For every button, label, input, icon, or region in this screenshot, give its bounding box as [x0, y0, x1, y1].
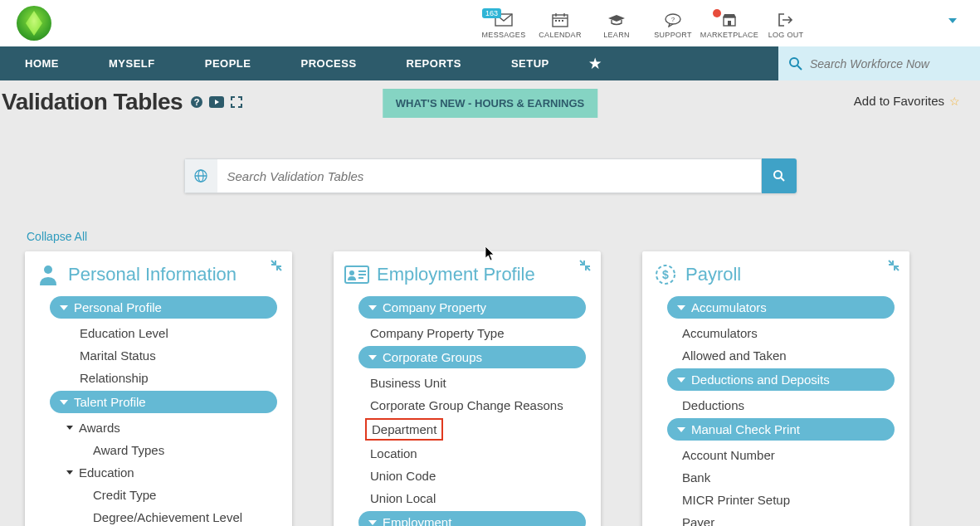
help-icon[interactable]: ?: [189, 95, 204, 110]
svg-rect-5: [555, 20, 557, 22]
graduation-cap-icon: [607, 12, 627, 28]
validation-search-button[interactable]: [762, 158, 797, 193]
group-employment[interactable]: Employment: [358, 511, 586, 526]
item-deductions[interactable]: Deductions: [647, 394, 904, 416]
nav-favorites-star[interactable]: ★: [574, 46, 617, 80]
svg-text:?: ?: [671, 16, 675, 23]
group-label: Deductions and Deposits: [691, 373, 830, 387]
logout-label: LOG OUT: [768, 31, 804, 39]
item-union-local[interactable]: Union Local: [339, 487, 596, 509]
favorites-label: Add to Favorites: [854, 94, 944, 108]
id-card-icon: [344, 263, 370, 286]
group-deductions-deposits[interactable]: Deductions and Deposits: [667, 368, 895, 391]
item-bank[interactable]: Bank: [647, 466, 904, 489]
group-corporate-groups[interactable]: Corporate Groups: [358, 346, 586, 368]
svg-text:?: ?: [194, 97, 200, 107]
svg-point-24: [349, 270, 354, 275]
item-account-number[interactable]: Account Number: [647, 444, 904, 466]
subgroup-label: Awards: [79, 421, 120, 435]
speech-bubble-icon: ?: [664, 12, 682, 28]
item-relationship[interactable]: Relationship: [30, 367, 287, 389]
nav-process[interactable]: PROCESS: [275, 46, 381, 80]
logout-icon: [778, 12, 794, 28]
card-payroll: $ Payroll Accumulators Accumulators Allo…: [642, 251, 909, 526]
user-dropdown-caret[interactable]: [948, 18, 957, 23]
calendar-button[interactable]: CALENDAR: [532, 12, 588, 39]
top-bar: 163 MESSAGES CALENDAR LEARN ? SUPPORT: [0, 0, 980, 46]
card-personal-information: Personal Information Personal Profile Ed…: [25, 251, 292, 526]
global-search-input[interactable]: [810, 57, 959, 71]
group-label: Talent Profile: [74, 395, 146, 409]
group-label: Employment: [383, 515, 451, 526]
item-award-types[interactable]: Award Types: [30, 439, 287, 461]
search-icon: [788, 56, 803, 71]
svg-rect-11: [728, 21, 731, 26]
collapse-card-icon[interactable]: [888, 260, 900, 271]
item-corporate-group-change-reasons[interactable]: Corporate Group Change Reasons: [339, 394, 596, 416]
main-nav: HOME MYSELF PEOPLE PROCESS REPORTS SETUP…: [0, 46, 980, 80]
item-marital-status[interactable]: Marital Status: [30, 344, 287, 367]
global-search[interactable]: [778, 46, 980, 80]
whats-new-button[interactable]: WHAT'S NEW - HOURS & EARNINGS: [383, 89, 597, 118]
svg-point-20: [774, 171, 782, 178]
group-label: Personal Profile: [74, 300, 162, 314]
expand-icon[interactable]: [229, 95, 244, 110]
logout-button[interactable]: LOG OUT: [758, 12, 814, 39]
item-allowed-and-taken[interactable]: Allowed and Taken: [647, 344, 904, 367]
item-education-level[interactable]: Education Level: [30, 322, 287, 344]
calendar-icon: [552, 12, 568, 28]
add-to-favorites-link[interactable]: Add to Favorites ☆: [854, 94, 960, 108]
item-company-property-type[interactable]: Company Property Type: [339, 322, 596, 344]
svg-text:$: $: [662, 268, 669, 281]
nav-people[interactable]: PEOPLE: [180, 46, 276, 80]
video-icon[interactable]: [209, 95, 224, 110]
marketplace-button[interactable]: MARKETPLACE: [701, 12, 758, 39]
nav-setup[interactable]: SETUP: [486, 46, 574, 80]
collapse-card-icon[interactable]: [271, 260, 282, 271]
cards-container: Personal Information Personal Profile Ed…: [0, 251, 980, 526]
item-department[interactable]: Department: [365, 418, 443, 441]
nav-reports[interactable]: REPORTS: [382, 46, 486, 80]
validation-search: [184, 158, 797, 193]
app-logo[interactable]: [17, 6, 51, 41]
marketplace-badge: [713, 9, 721, 17]
item-location[interactable]: Location: [339, 442, 596, 465]
group-manual-check-print[interactable]: Manual Check Print: [667, 418, 895, 441]
support-label: SUPPORT: [654, 31, 691, 39]
star-outline-icon: ☆: [949, 95, 960, 108]
main-search-wrap: [0, 158, 980, 193]
svg-rect-7: [562, 20, 563, 22]
subgroup-education[interactable]: Education: [30, 461, 287, 484]
topbar-icons: 163 MESSAGES CALENDAR LEARN ? SUPPORT: [475, 8, 972, 39]
collapse-all-link[interactable]: Collapse All: [27, 230, 87, 243]
group-label: Accumulators: [691, 300, 767, 314]
globe-icon[interactable]: [184, 158, 217, 193]
group-personal-profile[interactable]: Personal Profile: [50, 296, 277, 319]
group-accumulators[interactable]: Accumulators: [667, 296, 895, 319]
dollar-circle-icon: $: [652, 263, 679, 286]
messages-button[interactable]: 163 MESSAGES: [475, 12, 532, 39]
nav-home[interactable]: HOME: [0, 46, 84, 80]
validation-search-input[interactable]: [217, 158, 762, 193]
nav-myself[interactable]: MYSELF: [84, 46, 180, 80]
item-union-code[interactable]: Union Code: [339, 465, 596, 487]
item-business-unit[interactable]: Business Unit: [339, 372, 596, 394]
group-label: Corporate Groups: [383, 350, 482, 364]
group-talent-profile[interactable]: Talent Profile: [50, 391, 277, 413]
item-credit-type[interactable]: Credit Type: [30, 484, 287, 506]
item-degree-achievement[interactable]: Degree/Achievement Level: [30, 506, 287, 526]
group-company-property[interactable]: Company Property: [358, 296, 586, 319]
collapse-card-icon[interactable]: [579, 260, 591, 271]
marketplace-label: MARKETPLACE: [700, 31, 758, 39]
item-payer[interactable]: Payer: [647, 511, 904, 526]
support-button[interactable]: ? SUPPORT: [645, 12, 701, 39]
item-micr-printer-setup[interactable]: MICR Printer Setup: [647, 489, 904, 511]
messages-badge: 163: [482, 8, 501, 18]
card-title: Payroll: [685, 264, 741, 285]
learn-button[interactable]: LEARN: [588, 12, 645, 39]
person-icon: [35, 263, 61, 286]
item-accumulators[interactable]: Accumulators: [647, 322, 904, 344]
card-title: Personal Information: [68, 264, 236, 285]
subgroup-label: Education: [79, 465, 134, 480]
subgroup-awards[interactable]: Awards: [30, 416, 287, 439]
